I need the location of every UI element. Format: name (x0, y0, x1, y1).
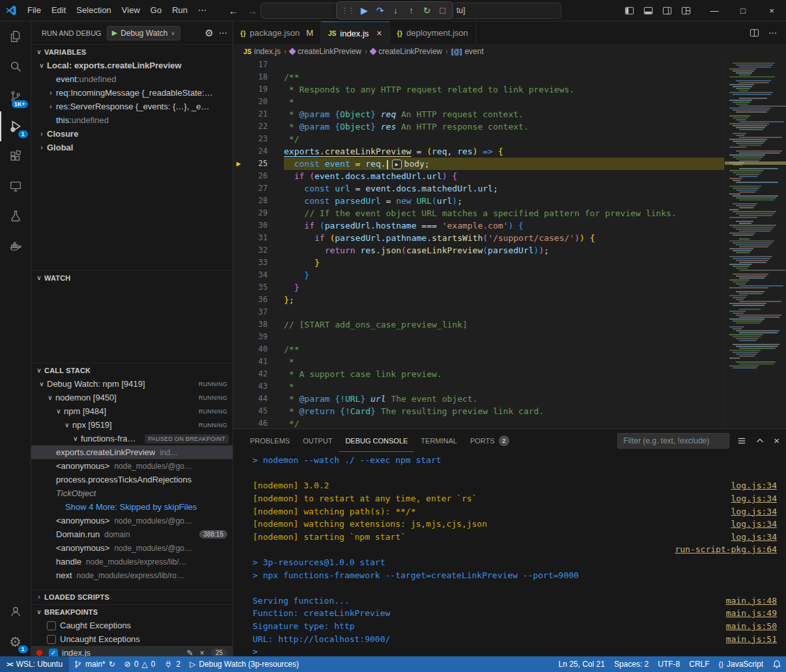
twistie-icon[interactable]: ∨ (53, 408, 64, 415)
line-number[interactable]: 34 (233, 269, 284, 281)
console-source-link[interactable]: main.js:51 (726, 634, 777, 644)
ports-indicator[interactable]: 2 (160, 656, 185, 672)
callstack-row[interactable]: exports.createLinkPreviewind… (31, 445, 232, 459)
line-number[interactable]: 33 (233, 257, 284, 269)
line-number[interactable]: 18 (233, 71, 284, 83)
console-source-link[interactable]: log.js:34 (731, 481, 777, 490)
code-editor[interactable]: 1718/**19 * Responds to any HTTP request… (233, 59, 786, 428)
toggle-sidebar-icon[interactable] (625, 6, 634, 16)
callstack-row[interactable]: process.processTicksAndRejections (31, 473, 232, 486)
callstack-row[interactable]: ∨npm [9484]RUNNING (31, 404, 232, 418)
launch-config-dropdown[interactable]: ▶ Debug Watch ∨ (107, 26, 180, 40)
breadcrumb-symbol[interactable]: createLinkPreview (290, 47, 361, 56)
language-indicator[interactable]: {} JavaScript (714, 656, 768, 672)
edit-breakpoint-icon[interactable]: ✎ (187, 649, 193, 657)
line-number[interactable]: 37 (233, 306, 284, 318)
breadcrumb-symbol[interactable]: [@] event (451, 47, 484, 56)
line-number[interactable]: 35 (233, 281, 284, 294)
line-number[interactable]: 21 (233, 108, 284, 120)
line-number[interactable]: 40 (233, 343, 284, 356)
twistie-icon[interactable]: ∨ (36, 380, 47, 387)
tab-debug-console[interactable]: DEBUG CONSOLE (339, 429, 414, 452)
breakpoint-row[interactable]: Caught Exceptions (31, 619, 232, 632)
menu-item[interactable]: Go (145, 3, 167, 18)
menu-item[interactable]: Edit (46, 3, 71, 18)
start-debug-icon[interactable]: ▶ (112, 29, 117, 37)
menu-item[interactable]: ⋯ (193, 3, 212, 18)
variable-row[interactable]: event: undefined (31, 72, 232, 86)
explorer-icon[interactable] (0, 21, 31, 51)
go-back-icon[interactable]: ← (229, 5, 238, 16)
menu-item[interactable]: Selection (71, 3, 116, 18)
breadcrumb-symbol[interactable]: createLinkPreview (371, 47, 442, 56)
callstack-row[interactable]: Domain.rundomain388:15 (31, 527, 232, 541)
breakpoint-row[interactable]: ✓index.js✎×25 (31, 646, 232, 656)
problems-indicator[interactable]: ⊘ 0 △ 0 (120, 656, 160, 672)
callstack-row[interactable]: <anonymous>node_modules/@go… (31, 541, 232, 555)
line-number[interactable]: 27 (233, 182, 284, 195)
search-icon[interactable] (0, 51, 31, 81)
tab-ports[interactable]: PORTS 2 (464, 429, 516, 452)
line-number[interactable]: 45 (233, 405, 284, 417)
menu-item[interactable]: Run (167, 3, 193, 18)
console-source-link[interactable]: main.js:48 (726, 596, 777, 606)
toolbar-drag-grip[interactable]: ⋮⋮ (340, 7, 356, 15)
line-number[interactable]: 23 (233, 133, 284, 145)
accounts-icon[interactable] (0, 596, 31, 626)
tab-problems[interactable]: PROBLEMS (244, 429, 296, 452)
tab-output[interactable]: OUTPUT (296, 429, 339, 452)
callstack-row[interactable]: TickObject (31, 486, 232, 500)
console-source-link[interactable]: main.js:50 (726, 621, 777, 631)
line-number[interactable]: 38 (233, 318, 284, 331)
console-source-link[interactable]: log.js:34 (731, 519, 777, 529)
close-button[interactable]: × (757, 0, 786, 21)
stop-button[interactable]: □ (436, 3, 449, 18)
step-into-button[interactable]: ↓ (389, 3, 402, 18)
line-number[interactable]: 39 (233, 331, 284, 343)
twistie-icon[interactable]: › (46, 103, 56, 110)
variable-row[interactable]: ›Closure (31, 127, 232, 141)
extensions-icon[interactable] (0, 141, 31, 171)
restart-button[interactable]: ↻ (420, 3, 434, 18)
menu-item[interactable]: File (22, 3, 46, 18)
breakpoint-checkbox[interactable]: ✓ (49, 649, 58, 657)
watch-section-header[interactable]: ∨WATCH (31, 270, 232, 285)
breakpoint-row[interactable]: Uncaught Exceptions (31, 632, 232, 646)
remove-breakpoint-icon[interactable]: × (200, 649, 204, 657)
settings-gear-icon[interactable]: ⚙ 1 (0, 626, 31, 656)
breakpoint-checkbox[interactable] (47, 635, 56, 644)
close-panel-icon[interactable]: × (774, 435, 779, 446)
tab-index-js[interactable]: JS index.js × (321, 21, 390, 44)
console-source-link[interactable]: main.js:49 (726, 608, 777, 618)
breakpoint-checkbox[interactable] (47, 621, 56, 630)
skipfiles-link[interactable]: Show 4 More: Skipped by skipFiles (65, 502, 197, 512)
console-source-link[interactable]: log.js:34 (731, 494, 777, 503)
twistie-icon[interactable]: ∨ (45, 394, 55, 401)
maximize-button[interactable]: □ (729, 0, 757, 21)
callstack-row[interactable]: ∨functions-fra…PAUSED ON BREAKPOINT (31, 432, 232, 445)
remote-indicator[interactable]: >< WSL: Ubuntu (0, 656, 69, 672)
callstack-row[interactable]: handlenode_modules/express/lib/… (31, 555, 232, 568)
line-number[interactable]: 46 (233, 417, 284, 428)
maximize-panel-icon[interactable] (755, 436, 765, 445)
console-source-link[interactable]: log.js:34 (731, 507, 777, 516)
console-source-link[interactable]: log.js:34 (731, 532, 777, 542)
variable-row[interactable]: ›res: ServerResponse {_events: {…}, _e… (31, 100, 232, 113)
toggle-panel-icon[interactable] (643, 6, 653, 16)
twistie-icon[interactable]: ∨ (62, 421, 72, 428)
callstack-row[interactable]: ∨npx [9519]RUNNING (31, 418, 232, 432)
indentation-indicator[interactable]: Spaces: 2 (610, 656, 653, 672)
line-number[interactable]: 24 (233, 145, 284, 158)
branch-indicator[interactable]: main* ↻ (69, 656, 120, 672)
line-number[interactable]: 26 (233, 170, 284, 182)
cursor-position-indicator[interactable]: Ln 25, Col 21 (554, 656, 610, 672)
minimize-button[interactable]: — (700, 0, 729, 21)
menu-item[interactable]: View (117, 3, 145, 18)
callstack-row[interactable]: ∨Debug Watch: npm [9419]RUNNING (31, 377, 232, 391)
docker-icon[interactable] (0, 231, 31, 261)
editor-more-actions-icon[interactable]: ⋯ (768, 28, 777, 38)
remote-explorer-icon[interactable] (0, 171, 31, 201)
customize-layout-icon[interactable] (681, 6, 691, 16)
continue-button[interactable]: ▶ (358, 3, 371, 18)
line-number[interactable]: 20 (233, 96, 284, 108)
